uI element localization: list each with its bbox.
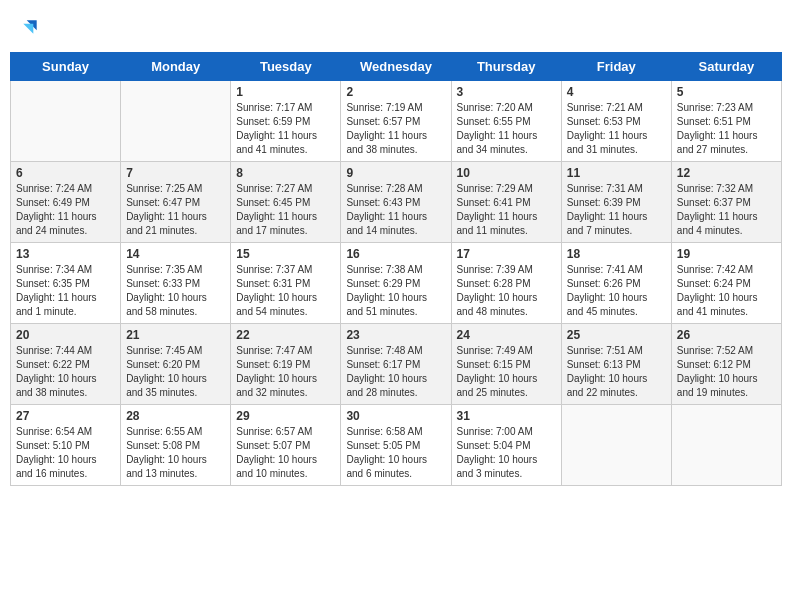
day-number: 23 [346,328,445,342]
day-info: Sunrise: 7:24 AM Sunset: 6:49 PM Dayligh… [16,182,115,238]
day-of-week-header: Wednesday [341,53,451,81]
calendar-day-cell: 25Sunrise: 7:51 AM Sunset: 6:13 PM Dayli… [561,324,671,405]
calendar-day-cell: 11Sunrise: 7:31 AM Sunset: 6:39 PM Dayli… [561,162,671,243]
day-info: Sunrise: 7:47 AM Sunset: 6:19 PM Dayligh… [236,344,335,400]
day-info: Sunrise: 7:37 AM Sunset: 6:31 PM Dayligh… [236,263,335,319]
day-info: Sunrise: 7:44 AM Sunset: 6:22 PM Dayligh… [16,344,115,400]
day-info: Sunrise: 6:58 AM Sunset: 5:05 PM Dayligh… [346,425,445,481]
day-info: Sunrise: 7:00 AM Sunset: 5:04 PM Dayligh… [457,425,556,481]
calendar-day-cell: 1Sunrise: 7:17 AM Sunset: 6:59 PM Daylig… [231,81,341,162]
day-info: Sunrise: 7:34 AM Sunset: 6:35 PM Dayligh… [16,263,115,319]
day-of-week-header: Sunday [11,53,121,81]
calendar-day-cell [671,405,781,486]
page-header [10,10,782,42]
day-number: 22 [236,328,335,342]
calendar-day-cell: 26Sunrise: 7:52 AM Sunset: 6:12 PM Dayli… [671,324,781,405]
calendar-day-cell: 28Sunrise: 6:55 AM Sunset: 5:08 PM Dayli… [121,405,231,486]
day-info: Sunrise: 7:25 AM Sunset: 6:47 PM Dayligh… [126,182,225,238]
day-number: 9 [346,166,445,180]
day-info: Sunrise: 7:19 AM Sunset: 6:57 PM Dayligh… [346,101,445,157]
calendar-day-cell: 20Sunrise: 7:44 AM Sunset: 6:22 PM Dayli… [11,324,121,405]
day-info: Sunrise: 7:51 AM Sunset: 6:13 PM Dayligh… [567,344,666,400]
day-number: 11 [567,166,666,180]
day-info: Sunrise: 7:49 AM Sunset: 6:15 PM Dayligh… [457,344,556,400]
calendar-day-cell [11,81,121,162]
calendar-day-cell: 19Sunrise: 7:42 AM Sunset: 6:24 PM Dayli… [671,243,781,324]
calendar-day-cell: 9Sunrise: 7:28 AM Sunset: 6:43 PM Daylig… [341,162,451,243]
calendar-day-cell: 31Sunrise: 7:00 AM Sunset: 5:04 PM Dayli… [451,405,561,486]
day-info: Sunrise: 7:45 AM Sunset: 6:20 PM Dayligh… [126,344,225,400]
day-number: 1 [236,85,335,99]
logo [20,15,44,37]
day-number: 12 [677,166,776,180]
day-number: 13 [16,247,115,261]
day-info: Sunrise: 6:55 AM Sunset: 5:08 PM Dayligh… [126,425,225,481]
calendar-day-cell: 10Sunrise: 7:29 AM Sunset: 6:41 PM Dayli… [451,162,561,243]
calendar-day-cell: 6Sunrise: 7:24 AM Sunset: 6:49 PM Daylig… [11,162,121,243]
day-info: Sunrise: 7:32 AM Sunset: 6:37 PM Dayligh… [677,182,776,238]
day-number: 6 [16,166,115,180]
day-number: 17 [457,247,556,261]
calendar-day-cell: 13Sunrise: 7:34 AM Sunset: 6:35 PM Dayli… [11,243,121,324]
calendar-day-cell: 3Sunrise: 7:20 AM Sunset: 6:55 PM Daylig… [451,81,561,162]
day-info: Sunrise: 7:20 AM Sunset: 6:55 PM Dayligh… [457,101,556,157]
day-info: Sunrise: 7:21 AM Sunset: 6:53 PM Dayligh… [567,101,666,157]
calendar-day-cell: 16Sunrise: 7:38 AM Sunset: 6:29 PM Dayli… [341,243,451,324]
calendar-week-row: 6Sunrise: 7:24 AM Sunset: 6:49 PM Daylig… [11,162,782,243]
calendar-day-cell: 5Sunrise: 7:23 AM Sunset: 6:51 PM Daylig… [671,81,781,162]
calendar-day-cell: 30Sunrise: 6:58 AM Sunset: 5:05 PM Dayli… [341,405,451,486]
calendar-day-cell: 29Sunrise: 6:57 AM Sunset: 5:07 PM Dayli… [231,405,341,486]
day-number: 5 [677,85,776,99]
day-number: 28 [126,409,225,423]
day-info: Sunrise: 7:39 AM Sunset: 6:28 PM Dayligh… [457,263,556,319]
calendar-week-row: 13Sunrise: 7:34 AM Sunset: 6:35 PM Dayli… [11,243,782,324]
day-info: Sunrise: 7:41 AM Sunset: 6:26 PM Dayligh… [567,263,666,319]
day-info: Sunrise: 7:48 AM Sunset: 6:17 PM Dayligh… [346,344,445,400]
day-of-week-header: Tuesday [231,53,341,81]
day-number: 4 [567,85,666,99]
calendar-week-row: 1Sunrise: 7:17 AM Sunset: 6:59 PM Daylig… [11,81,782,162]
day-number: 29 [236,409,335,423]
logo-icon [20,17,40,37]
day-number: 16 [346,247,445,261]
calendar-week-row: 20Sunrise: 7:44 AM Sunset: 6:22 PM Dayli… [11,324,782,405]
calendar-day-cell: 24Sunrise: 7:49 AM Sunset: 6:15 PM Dayli… [451,324,561,405]
day-info: Sunrise: 7:42 AM Sunset: 6:24 PM Dayligh… [677,263,776,319]
day-number: 7 [126,166,225,180]
day-info: Sunrise: 7:38 AM Sunset: 6:29 PM Dayligh… [346,263,445,319]
day-info: Sunrise: 7:28 AM Sunset: 6:43 PM Dayligh… [346,182,445,238]
calendar-day-cell [121,81,231,162]
day-info: Sunrise: 7:23 AM Sunset: 6:51 PM Dayligh… [677,101,776,157]
day-info: Sunrise: 7:29 AM Sunset: 6:41 PM Dayligh… [457,182,556,238]
day-number: 27 [16,409,115,423]
day-number: 31 [457,409,556,423]
calendar-day-cell: 12Sunrise: 7:32 AM Sunset: 6:37 PM Dayli… [671,162,781,243]
day-number: 20 [16,328,115,342]
day-info: Sunrise: 6:54 AM Sunset: 5:10 PM Dayligh… [16,425,115,481]
day-number: 14 [126,247,225,261]
calendar-day-cell [561,405,671,486]
calendar-day-cell: 22Sunrise: 7:47 AM Sunset: 6:19 PM Dayli… [231,324,341,405]
day-number: 2 [346,85,445,99]
calendar-week-row: 27Sunrise: 6:54 AM Sunset: 5:10 PM Dayli… [11,405,782,486]
day-number: 19 [677,247,776,261]
day-number: 15 [236,247,335,261]
day-of-week-header: Friday [561,53,671,81]
calendar-day-cell: 23Sunrise: 7:48 AM Sunset: 6:17 PM Dayli… [341,324,451,405]
svg-marker-1 [23,24,33,34]
day-number: 10 [457,166,556,180]
calendar-day-cell: 21Sunrise: 7:45 AM Sunset: 6:20 PM Dayli… [121,324,231,405]
day-of-week-header: Monday [121,53,231,81]
day-info: Sunrise: 7:35 AM Sunset: 6:33 PM Dayligh… [126,263,225,319]
calendar-day-cell: 2Sunrise: 7:19 AM Sunset: 6:57 PM Daylig… [341,81,451,162]
day-of-week-header: Thursday [451,53,561,81]
day-number: 25 [567,328,666,342]
calendar-day-cell: 27Sunrise: 6:54 AM Sunset: 5:10 PM Dayli… [11,405,121,486]
day-info: Sunrise: 7:31 AM Sunset: 6:39 PM Dayligh… [567,182,666,238]
day-number: 3 [457,85,556,99]
calendar-day-cell: 8Sunrise: 7:27 AM Sunset: 6:45 PM Daylig… [231,162,341,243]
calendar-header-row: SundayMondayTuesdayWednesdayThursdayFrid… [11,53,782,81]
day-info: Sunrise: 7:27 AM Sunset: 6:45 PM Dayligh… [236,182,335,238]
day-info: Sunrise: 7:17 AM Sunset: 6:59 PM Dayligh… [236,101,335,157]
calendar-day-cell: 4Sunrise: 7:21 AM Sunset: 6:53 PM Daylig… [561,81,671,162]
